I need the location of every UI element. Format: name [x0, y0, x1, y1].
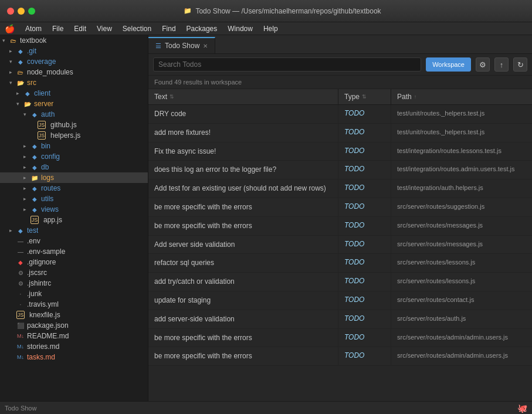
menu-window[interactable]: Window	[223, 23, 257, 34]
sidebar-item-package-json[interactable]: ⬛ package.json	[0, 320, 148, 331]
sidebar-item-coverage[interactable]: ◆ coverage	[0, 56, 148, 67]
folder-blue-icon: ◆	[16, 57, 25, 66]
cell-path: src/server/routes/messages.js	[391, 236, 532, 254]
sidebar-item-env[interactable]: — .env	[0, 236, 148, 246]
folder-blue-icon: ◆	[31, 195, 39, 203]
table-row[interactable]: be more specific with the errors TODO sr…	[148, 329, 532, 348]
sidebar-item-root[interactable]: 🗁 textbook	[0, 35, 148, 46]
menu-packages[interactable]: Packages	[182, 23, 222, 34]
minimize-button[interactable]	[18, 8, 25, 15]
menu-selection[interactable]: Selection	[118, 23, 156, 34]
menu-find[interactable]: Find	[157, 23, 180, 34]
md-icon: M↓	[16, 353, 25, 361]
sidebar-item-helpers-js[interactable]: JS helpers.js	[0, 130, 148, 141]
table-row[interactable]: be more specific with the errors TODO sr…	[148, 217, 532, 236]
sidebar-item-git[interactable]: ◆ .git	[0, 46, 148, 56]
tab-close-button[interactable]: ✕	[203, 43, 208, 49]
sidebar-item-node-modules[interactable]: 🗁 node_modules	[0, 67, 148, 77]
sidebar-item-logs[interactable]: 📁 logs	[0, 172, 148, 183]
dotfile-icon: —	[16, 247, 25, 256]
search-input[interactable]	[153, 57, 421, 72]
sidebar-item-auth[interactable]: ◆ auth	[0, 109, 148, 120]
th-type-label: Type	[344, 93, 360, 101]
sidebar-item-config[interactable]: ◆ config	[0, 151, 148, 162]
table-row[interactable]: Add server side validation TODO src/serv…	[148, 236, 532, 254]
sidebar-item-junk[interactable]: · .junk	[0, 289, 148, 299]
sidebar-item-utils[interactable]: ◆ utils	[0, 194, 148, 204]
sidebar-item-test[interactable]: ◆ test	[0, 225, 148, 236]
todo-show-tab[interactable]: ☰ Todo Show ✕	[148, 37, 215, 53]
sidebar-item-label: auth	[41, 110, 55, 118]
sidebar-item-label: config	[41, 152, 60, 161]
menu-atom[interactable]: Atom	[21, 23, 46, 34]
table-row[interactable]: refactor sql queries TODO src/server/rou…	[148, 254, 532, 273]
arrow-icon	[9, 80, 16, 86]
table-row[interactable]: does this log an error to the logger fil…	[148, 161, 532, 179]
traffic-lights[interactable]	[7, 8, 35, 15]
sidebar-item-jshintrc[interactable]: ⚙ .jshintrc	[0, 278, 148, 289]
sidebar-item-db[interactable]: ◆ db	[0, 162, 148, 172]
sidebar-item-stories[interactable]: M↓ stories.md	[0, 341, 148, 352]
sidebar-item-src[interactable]: 📂 src	[0, 77, 148, 88]
sidebar-item-views[interactable]: ◆ views	[0, 204, 148, 215]
folder-blue-icon: ◆	[31, 163, 39, 171]
sidebar-item-server[interactable]: 📂 server	[0, 99, 148, 109]
sidebar-item-label: .junk	[27, 290, 42, 298]
table-row[interactable]: be more specific with the errors TODO sr…	[148, 198, 532, 217]
sidebar-item-client[interactable]: ◆ client	[0, 88, 148, 99]
table-row[interactable]: be more specific with the errors TODO sr…	[148, 347, 532, 366]
table-row[interactable]: add more fixtures! TODO test/unit/routes…	[148, 124, 532, 142]
sidebar-item-bin[interactable]: ◆ bin	[0, 141, 148, 151]
cell-path: src/server/routes/lessons.js	[391, 273, 532, 291]
sidebar-item-travis[interactable]: · .travis.yml	[0, 299, 148, 310]
cell-type: TODO	[338, 347, 391, 365]
arrow-icon	[16, 90, 23, 96]
cell-text: be more specific with the errors	[148, 347, 338, 365]
sidebar-item-tasks[interactable]: M↓ tasks.md	[0, 352, 148, 362]
close-button[interactable]	[7, 8, 14, 15]
menu-file[interactable]: File	[48, 23, 68, 34]
sidebar-item-routes[interactable]: ◆ routes	[0, 183, 148, 194]
results-text: Found 49 results in workspace	[154, 79, 242, 86]
path-text: src/server/routes/messages.js	[397, 222, 483, 229]
cell-path: src/server/routes/suggestion.js	[391, 198, 532, 216]
th-path[interactable]: Path ↑	[391, 89, 532, 104]
folder-blue-icon: ◆	[31, 184, 39, 192]
table-row[interactable]: DRY code TODO test/unit/routes._helpers.…	[148, 105, 532, 124]
th-path-label: Path	[397, 93, 412, 101]
path-text: test/integration/routes.admin.users.test…	[397, 165, 515, 172]
upload-button[interactable]: ↑	[494, 57, 509, 72]
cell-text: Fix the async issue!	[148, 142, 338, 161]
menu-help[interactable]: Help	[259, 23, 283, 34]
sidebar-item-label: routes	[41, 184, 60, 192]
sidebar-item-readme[interactable]: M↓ README.md	[0, 331, 148, 341]
sidebar-item-env-sample[interactable]: — .env-sample	[0, 246, 148, 257]
table-row[interactable]: Add test for an existing user (should no…	[148, 179, 532, 198]
sidebar-item-label: client	[34, 89, 50, 97]
menu-edit[interactable]: Edit	[69, 23, 91, 34]
table-row[interactable]: Fix the async issue! TODO test/integrati…	[148, 142, 532, 161]
sidebar-item-github-js[interactable]: JS github.js	[0, 120, 148, 130]
sidebar-item-knexfile[interactable]: JS knexfile.js	[0, 310, 148, 320]
th-text[interactable]: Text ⇅	[148, 89, 338, 104]
cell-text: add more fixtures!	[148, 124, 338, 142]
sidebar-item-label: app.js	[43, 216, 62, 224]
folder-blue-icon: ◆	[31, 152, 39, 161]
table-row[interactable]: add server-side validation TODO src/serv…	[148, 310, 532, 329]
sidebar-item-app-js[interactable]: JS app.js	[0, 215, 148, 225]
apple-menu[interactable]: 🍎	[5, 24, 15, 33]
workspace-button[interactable]: Workspace	[426, 57, 471, 72]
table-row[interactable]: update for staging TODO src/server/route…	[148, 291, 532, 310]
sidebar-item-jscsrc[interactable]: ⚙ .jscsrc	[0, 267, 148, 278]
maximize-button[interactable]	[28, 8, 35, 15]
menu-view[interactable]: View	[92, 23, 117, 34]
sidebar-item-gitignore[interactable]: ◆ .gitignore	[0, 257, 148, 267]
th-type[interactable]: Type ⇅	[338, 89, 391, 104]
settings-button[interactable]: ⚙	[476, 57, 490, 72]
table-row[interactable]: add try/catch or validation TODO src/ser…	[148, 273, 532, 291]
cell-type: TODO	[338, 198, 391, 216]
arrow-icon	[23, 196, 31, 202]
arrow-icon	[2, 38, 9, 43]
arrow-icon	[9, 59, 16, 65]
refresh-button[interactable]: ↻	[513, 57, 527, 72]
